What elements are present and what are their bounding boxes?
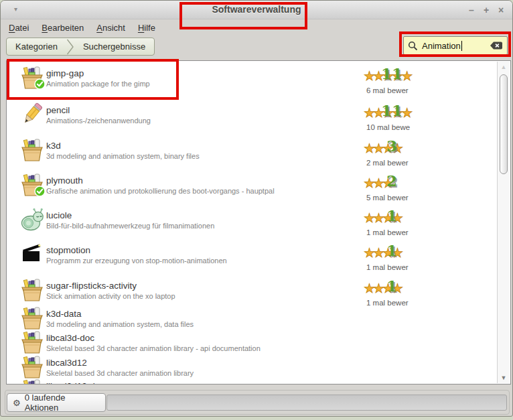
window-title: Softwareverwaltung (1, 4, 512, 15)
package-name: libcal3d-doc (46, 333, 94, 343)
rating: ★★★★ 3 2 mal bewer (358, 138, 506, 169)
app-window: ▾ Softwareverwaltung – + × Datei Bearbei… (0, 0, 513, 417)
package-name: libcal3d12 (46, 358, 87, 368)
list-item[interactable]: pencil Animations-/zeichenanwendung ★★★★… (7, 102, 498, 136)
menu-bearbeiten[interactable]: Bearbeiten (42, 23, 84, 33)
package-name: k3d (46, 141, 61, 151)
luciole-icon (19, 207, 45, 232)
package-description: Animations-/zeichenanwendung (46, 117, 151, 125)
package-name: luciole (46, 210, 72, 220)
rating-count: 6 mal bewer (366, 86, 409, 94)
search-value: Animation (422, 41, 461, 51)
package-name: plymouth (46, 176, 83, 186)
package-description: 3d modeling and animation system, binary… (46, 152, 200, 160)
rating-score: 2 (378, 171, 405, 190)
rating: ★★★ 2 5 mal bewer (358, 173, 506, 204)
minimize-button[interactable]: – (464, 5, 479, 15)
rating-count: 5 mal bewer (366, 194, 409, 202)
package-name: stopmotion (46, 245, 90, 255)
package-icon (19, 378, 45, 384)
package-description: Skeletal based 3d character animation li… (46, 369, 194, 377)
package-description: Animation package for the gimp (46, 80, 150, 88)
breadcrumb-kategorien[interactable]: Kategorien (7, 38, 66, 55)
search-input[interactable]: Animation (403, 36, 508, 55)
package-name: libcal3d12-dev (46, 381, 104, 384)
list-item[interactable]: plymouth Grafische animation und protoko… (7, 173, 498, 206)
package-icon (19, 354, 45, 380)
rating-score: 1 (378, 241, 405, 259)
menu-ansicht[interactable]: Ansicht (96, 23, 125, 33)
package-icon (19, 137, 45, 163)
text-caret (461, 41, 462, 51)
titlebar: ▾ Softwareverwaltung – + × (1, 1, 512, 19)
package-description: Grafische animation und protokollierung … (46, 187, 275, 195)
clapperboard-icon (19, 242, 45, 267)
progress-bar (106, 395, 507, 411)
package-description: Skeletal based 3d character animation li… (46, 344, 261, 352)
rating: ★★★★ 1 1 mal bewer (358, 208, 506, 238)
close-button[interactable]: × (494, 5, 508, 15)
scrollbar-thumb[interactable] (500, 74, 508, 174)
package-icon (19, 305, 45, 331)
package-description: 3d modeling and animation system, data f… (46, 320, 194, 328)
window-controls: – + × (464, 1, 508, 19)
menu-datei[interactable]: Datei (9, 23, 29, 33)
rating: ★★★★★ 11 10 mal bewe (358, 102, 506, 133)
rating-score: 11 (378, 64, 405, 82)
package-name: gimp-gap (46, 68, 84, 78)
rating: ★★★★ 1 1 mal bewer (358, 242, 506, 273)
installed-check-icon (34, 186, 46, 197)
running-actions-button[interactable]: ⚙ 0 laufende Aktionen (7, 393, 106, 412)
chevron-right-icon (66, 38, 74, 55)
rating: ★★★★ 1 1 mal bewer (358, 278, 506, 309)
search-results-list: gimp-gap Animation package for the gimp … (6, 60, 511, 384)
menu-hilfe[interactable]: Hilfe (138, 23, 155, 33)
package-description: Stick animation activity on the xo lapto… (46, 292, 175, 300)
search-icon (408, 41, 418, 51)
installed-check-icon (34, 78, 46, 90)
clear-search-icon[interactable] (490, 41, 503, 50)
list-item[interactable]: stopmotion Programm zur erzeugung von st… (7, 242, 498, 276)
rating-score: 1 (378, 277, 405, 295)
package-icon (19, 277, 45, 303)
package-name: pencil (46, 105, 70, 115)
running-actions-label: 0 laufende Aktionen (25, 393, 100, 413)
package-icon (19, 330, 45, 355)
rating-count: 10 mal bewe (366, 123, 410, 131)
list-item[interactable]: luciole Bild-für-bild-aufnahmewerkzeug f… (7, 208, 498, 241)
package-name: k3d-data (46, 309, 82, 319)
breadcrumb-suchergebnisse[interactable]: Suchergebnisse (74, 38, 154, 55)
list-item[interactable]: gimp-gap Animation package for the gimp … (7, 66, 498, 99)
rating-count: 1 mal bewer (366, 263, 409, 271)
pencil-icon (19, 102, 45, 127)
rating-score: 1 (378, 206, 405, 224)
statusbar: ⚙ 0 laufende Aktionen (5, 390, 510, 415)
list-item[interactable]: k3d 3d modeling and animation system, bi… (7, 138, 498, 171)
scroll-down-icon[interactable]: ▼ (498, 374, 510, 381)
package-description: Programm zur erzeugung von stop-motion-a… (46, 257, 227, 265)
rating: ★★★★★ 11 6 mal bewer (358, 66, 506, 96)
package-name: sugar-flipsticks-activity (46, 281, 137, 291)
menubar: Datei Bearbeiten Ansicht Hilfe (1, 20, 512, 36)
vertical-scrollbar[interactable]: ▲ ▼ (497, 62, 510, 383)
rating-count: 1 mal bewer (366, 228, 409, 236)
list-item[interactable]: libcal3d12-dev (7, 378, 498, 384)
breadcrumb: Kategorien Suchergebnisse (6, 38, 155, 56)
rating-count: 2 mal bewer (366, 159, 409, 167)
rating-score: 3 (378, 137, 405, 155)
scroll-up-icon[interactable]: ▲ (498, 64, 510, 70)
maximize-button[interactable]: + (479, 5, 494, 15)
package-description: Bild-für-bild-aufnahmewerkzeug für filma… (46, 222, 214, 230)
rating-score: 11 (378, 101, 405, 119)
gear-icon: ⚙ (13, 398, 21, 408)
